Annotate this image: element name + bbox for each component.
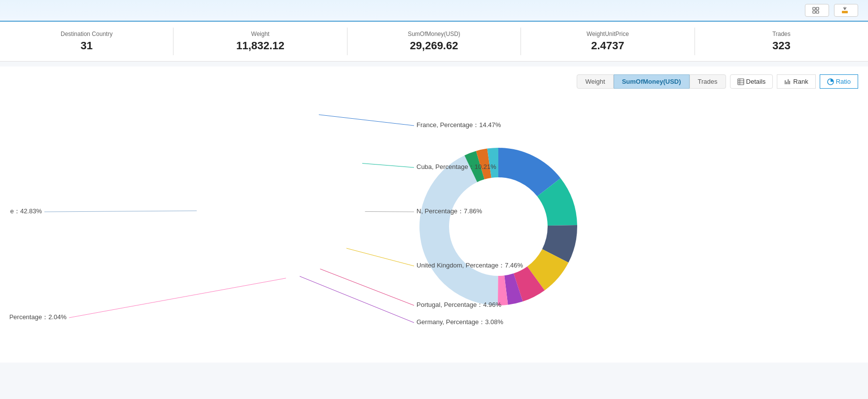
- details-section: WeightSumOfMoney(USD)Trades Details Ran: [0, 66, 868, 363]
- top-bar: [0, 0, 868, 22]
- ratio-icon: [827, 78, 834, 85]
- chart-label-7: others, Percentage：42.83%: [10, 207, 42, 215]
- view-rank-label: Rank: [793, 78, 808, 85]
- metric-button-group: WeightSumOfMoney(USD)Trades: [577, 74, 726, 89]
- chart-label-6: Gabon, Percentage：2.04%: [10, 313, 67, 321]
- svg-rect-0: [813, 7, 815, 10]
- svg-rect-3: [816, 11, 819, 13]
- stat-value-0: 31: [10, 39, 163, 52]
- stat-item-3: WeightUnitPrice 2.4737: [521, 28, 694, 55]
- details-header: WeightSumOfMoney(USD)Trades Details Ran: [10, 74, 858, 89]
- stat-value-1: 11,832.12: [183, 39, 337, 52]
- stat-value-4: 323: [705, 39, 858, 52]
- stat-value-3: 2.4737: [531, 39, 684, 52]
- stat-item-2: SumOfMoney(USD) 29,269.62: [347, 28, 521, 55]
- details-controls: WeightSumOfMoney(USD)Trades Details Ran: [577, 74, 858, 89]
- label-line-7: [44, 211, 197, 212]
- label-line-6: [69, 278, 286, 318]
- table-icon: [737, 78, 744, 85]
- stat-value-2: 29,269.62: [357, 39, 511, 52]
- view-ratio-button[interactable]: Ratio: [820, 74, 858, 89]
- export-icon: [841, 7, 848, 14]
- metric-btn-trades[interactable]: Trades: [690, 74, 726, 89]
- chart-area: France, Percentage：14.47%Cuba, Percentag…: [10, 99, 858, 355]
- stat-label-0: Destination Country: [10, 31, 163, 37]
- stats-bar: Destination Country 31 Weight 11,832.12 …: [0, 22, 868, 62]
- stat-item-1: Weight 11,832.12: [174, 28, 347, 55]
- svg-rect-4: [842, 11, 848, 13]
- stat-item-0: Destination Country 31: [0, 28, 174, 55]
- stat-item-4: Trades 323: [695, 28, 868, 55]
- label-line-0: [319, 115, 414, 126]
- stat-label-2: SumOfMoney(USD): [357, 31, 511, 37]
- view-details-button[interactable]: Details: [730, 74, 773, 89]
- top-bar-actions: [805, 4, 858, 17]
- export-button[interactable]: [834, 4, 858, 17]
- svg-rect-1: [816, 7, 819, 10]
- svg-rect-2: [813, 11, 815, 13]
- view-rank-button[interactable]: Rank: [777, 74, 815, 89]
- label-line-4: [320, 269, 414, 305]
- label-line-3: [347, 248, 414, 266]
- stat-label-4: Trades: [705, 31, 858, 37]
- view-details-label: Details: [746, 78, 766, 85]
- metric-btn-sumofmoney-usd-[interactable]: SumOfMoney(USD): [614, 74, 690, 89]
- merge-icon: [812, 7, 819, 14]
- view-ratio-label: Ratio: [836, 78, 851, 85]
- label-line-5: [300, 276, 414, 323]
- merge-button[interactable]: [805, 4, 829, 17]
- svg-rect-6: [738, 79, 744, 85]
- stat-label-1: Weight: [183, 31, 337, 37]
- rank-icon: [784, 78, 791, 85]
- donut-chart: [405, 133, 592, 320]
- stat-label-3: WeightUnitPrice: [531, 31, 684, 37]
- metric-btn-weight[interactable]: Weight: [577, 74, 613, 89]
- chart-label-0: France, Percentage：14.47%: [417, 121, 501, 129]
